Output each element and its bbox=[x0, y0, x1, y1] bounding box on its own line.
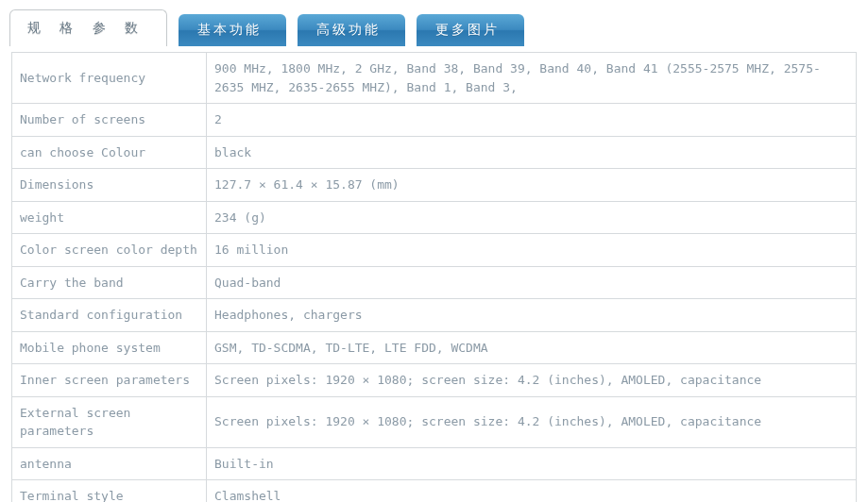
spec-value: Screen pixels: 1920 × 1080; screen size:… bbox=[207, 396, 857, 447]
specs-table: Network frequency900 MHz, 1800 MHz, 2 GH… bbox=[11, 52, 857, 502]
table-row: weight234 (g) bbox=[12, 201, 857, 234]
spec-value: black bbox=[207, 136, 857, 169]
table-row: Color screen color depth16 million bbox=[12, 234, 857, 267]
spec-label: weight bbox=[12, 201, 207, 234]
table-row: Dimensions127.7 × 61.4 × 15.87 (mm) bbox=[12, 169, 857, 202]
spec-label: Network frequency bbox=[12, 53, 207, 104]
table-row: External screen parametersScreen pixels:… bbox=[12, 396, 857, 447]
spec-value: Headphones, chargers bbox=[207, 299, 857, 332]
spec-value: 234 (g) bbox=[207, 201, 857, 234]
spec-label: Color screen color depth bbox=[12, 234, 207, 267]
spec-value: GSM, TD-SCDMA, TD-LTE, LTE FDD, WCDMA bbox=[207, 331, 857, 364]
tab-more-images[interactable]: 更多图片 bbox=[417, 14, 524, 46]
spec-value: Built-in bbox=[207, 447, 857, 480]
spec-label: Carry the band bbox=[12, 266, 207, 299]
spec-label: Inner screen parameters bbox=[12, 364, 207, 397]
table-row: Number of screens2 bbox=[12, 104, 857, 137]
spec-value: Clamshell bbox=[207, 480, 857, 503]
tabs-row: 规 格 参 数 基本功能 高级功能 更多图片 bbox=[9, 9, 859, 46]
tab-specs[interactable]: 规 格 参 数 bbox=[9, 9, 167, 46]
table-row: Terminal styleClamshell bbox=[12, 480, 857, 503]
spec-label: Mobile phone system bbox=[12, 331, 207, 364]
table-row: Standard configurationHeadphones, charge… bbox=[12, 299, 857, 332]
spec-label: can choose Colour bbox=[12, 136, 207, 169]
spec-value: Quad-band bbox=[207, 266, 857, 299]
table-row: Inner screen parametersScreen pixels: 19… bbox=[12, 364, 857, 397]
table-row: Carry the bandQuad-band bbox=[12, 266, 857, 299]
tab-basic[interactable]: 基本功能 bbox=[179, 14, 286, 46]
spec-label: External screen parameters bbox=[12, 396, 207, 447]
spec-value: 16 million bbox=[207, 234, 857, 267]
spec-value: 2 bbox=[207, 104, 857, 137]
table-row: Mobile phone systemGSM, TD-SCDMA, TD-LTE… bbox=[12, 331, 857, 364]
spec-value: Screen pixels: 1920 × 1080; screen size:… bbox=[207, 364, 857, 397]
spec-label: Terminal style bbox=[12, 480, 207, 503]
spec-value: 127.7 × 61.4 × 15.87 (mm) bbox=[207, 169, 857, 202]
spec-label: Dimensions bbox=[12, 169, 207, 202]
table-row: can choose Colourblack bbox=[12, 136, 857, 169]
spec-value: 900 MHz, 1800 MHz, 2 GHz, Band 38, Band … bbox=[207, 53, 857, 104]
spec-label: Standard configuration bbox=[12, 299, 207, 332]
table-row: antennaBuilt-in bbox=[12, 447, 857, 480]
tab-advanced[interactable]: 高级功能 bbox=[298, 14, 405, 46]
spec-label: antenna bbox=[12, 447, 207, 480]
table-row: Network frequency900 MHz, 1800 MHz, 2 GH… bbox=[12, 53, 857, 104]
spec-label: Number of screens bbox=[12, 104, 207, 137]
